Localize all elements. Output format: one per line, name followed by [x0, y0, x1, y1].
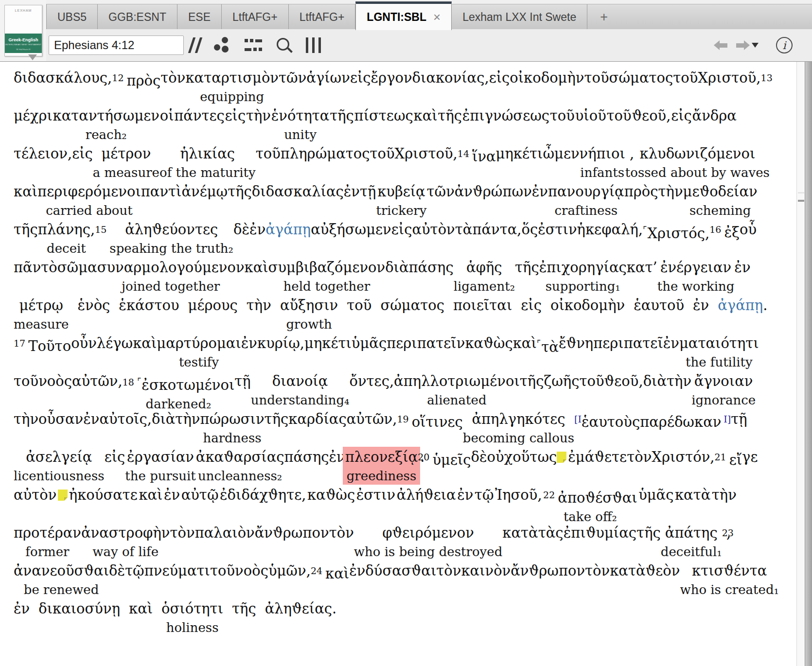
greek-word[interactable]: ἀγάπῃ — [265, 221, 311, 238]
greek-word[interactable]: αὐτοῖς, — [99, 411, 152, 427]
greek-word[interactable]: τῆς — [520, 373, 544, 389]
greek-word[interactable]: ἀνανεοῦσϑαι — [14, 562, 109, 579]
greek-word[interactable]: ἑνότητα — [271, 107, 330, 124]
greek-word[interactable]: τοῦ — [579, 373, 604, 389]
greek-word[interactable]: ἐσκοτωμένοι — [141, 377, 234, 393]
greek-word[interactable]: εἰς — [350, 70, 371, 86]
greek-word[interactable]: ἀκαϑαρσίας — [196, 449, 284, 465]
greek-word[interactable]: πάντες — [174, 107, 225, 124]
greek-word[interactable]: μέτρῳ — [19, 297, 63, 314]
greek-word[interactable]: τὴν — [712, 487, 737, 503]
greek-word[interactable]: κατὰ — [675, 487, 710, 503]
greek-word[interactable]: οἵτινες — [412, 414, 463, 430]
interlinear-display-icon[interactable] — [245, 37, 262, 53]
greek-word[interactable]: αὐτῶν, — [347, 411, 397, 427]
columns-icon[interactable] — [306, 37, 321, 53]
greek-word[interactable]: αὐτὸν — [14, 487, 56, 503]
greek-word[interactable]: κατὰ — [610, 562, 645, 579]
greek-word[interactable]: πίστεως — [354, 107, 413, 124]
greek-word[interactable]: ϑεὸν — [646, 562, 680, 579]
greek-word[interactable]: κεφαλή, — [585, 221, 643, 238]
greek-word[interactable]: τῆς — [515, 259, 539, 276]
greek-word[interactable]: τὸν — [170, 525, 194, 541]
greek-word[interactable]: εἰς — [225, 107, 246, 124]
greek-word[interactable]: Χριστοῦ, — [698, 70, 760, 86]
greek-word[interactable]: τοῦ — [584, 70, 609, 86]
greek-word[interactable]: ἁγίων — [306, 70, 350, 86]
greek-word[interactable]: τέλειον, — [14, 145, 72, 162]
greek-word[interactable]: μέρους — [188, 297, 238, 314]
greek-word[interactable]: αὔξησιν — [280, 297, 338, 314]
greek-word[interactable]: τοῦ — [607, 107, 632, 124]
greek-word[interactable]: ἵνα — [472, 148, 496, 165]
info-icon[interactable]: i — [776, 37, 793, 53]
greek-word[interactable]: ἠκούσατε — [69, 487, 138, 503]
greek-word[interactable]: οἰκοδομὴν — [510, 70, 584, 86]
new-tab-button[interactable]: + — [587, 4, 620, 30]
greek-word[interactable]: ἔϑνη — [559, 335, 593, 351]
greek-word[interactable]: αὐτῶν, — [72, 373, 123, 389]
greek-word[interactable]: ἐν — [663, 335, 679, 351]
greek-word[interactable]: σώματος — [609, 70, 673, 86]
greek-word[interactable]: περιπατεῖν — [387, 335, 465, 351]
greek-word[interactable]: τῷ — [475, 487, 494, 503]
greek-word[interactable]: εἴ — [729, 452, 742, 468]
greek-word[interactable]: ἐδιδάχϑητε, — [220, 487, 306, 503]
scrollbar-thumb[interactable] — [798, 200, 804, 202]
greek-word[interactable]: περιφερόμενοι — [37, 183, 141, 200]
forward-arrow-icon[interactable] — [736, 43, 744, 48]
greek-word[interactable]: κυβείᾳ — [377, 183, 425, 200]
greek-word[interactable]: τὸ — [41, 259, 57, 276]
greek-word[interactable]: τοῦ — [370, 145, 394, 162]
greek-word[interactable]: ἀληϑείας. — [265, 600, 337, 617]
greek-word[interactable]: ἀποϑέσϑαι — [558, 490, 637, 506]
greek-word[interactable]: τῆς — [228, 183, 252, 200]
greek-word[interactable]: ϑεοῦ, — [632, 107, 671, 124]
greek-word[interactable]: γε — [742, 449, 758, 465]
greek-word[interactable]: ἐν — [532, 183, 548, 200]
greek-word[interactable]: κυρίῳ, — [257, 335, 304, 351]
greek-word[interactable]: ἑαυτοὺς — [582, 414, 640, 430]
greek-word[interactable]: ἀναστροφὴν — [81, 525, 170, 541]
tab-ltftafg-[interactable]: LtftAFG+ — [222, 4, 289, 30]
greek-word[interactable]: κατ’ — [627, 259, 657, 276]
greek-word[interactable]: καινὸν — [461, 562, 511, 579]
greek-word[interactable]: πάσης — [284, 449, 329, 465]
greek-word[interactable]: εἰς — [489, 70, 510, 86]
greek-word[interactable]: μέτρον — [101, 145, 151, 162]
greek-word[interactable]: ὅς — [522, 221, 538, 238]
greek-word[interactable]: ἄνϑρωπον — [511, 562, 585, 579]
greek-word[interactable]: οὗ — [740, 221, 757, 238]
greek-word[interactable]: τὸν — [329, 525, 354, 541]
greek-word[interactable]: ἑκάστου — [119, 297, 179, 314]
greek-word[interactable]: τὰ — [455, 221, 473, 238]
greek-word[interactable]: ἀσελγείᾳ — [26, 449, 92, 465]
greek-word[interactable]: ἀνέμῳ — [181, 183, 228, 200]
greek-word[interactable]: ἐπιϑυμίας — [564, 525, 636, 541]
greek-word[interactable]: ὑμᾶς — [638, 487, 673, 503]
greek-word[interactable]: ἡ — [577, 221, 585, 238]
greek-word[interactable]: πᾶν — [14, 259, 41, 276]
greek-word[interactable]: καταρτισμὸν — [185, 70, 279, 86]
greek-word[interactable]: τῆς — [265, 411, 289, 427]
greek-word[interactable]: ἄνδρα — [692, 107, 737, 124]
greek-word[interactable]: τὴν — [175, 411, 200, 427]
greek-word[interactable]: ἐν — [344, 183, 360, 200]
greek-word[interactable]: συμβιβαζόμενον — [268, 259, 386, 276]
highlight-note-icon[interactable] — [58, 490, 68, 501]
greek-word[interactable]: δὲ — [109, 562, 125, 579]
greek-word[interactable]: καὶ — [129, 600, 153, 617]
visual-filters-icon[interactable] — [213, 36, 231, 54]
greek-word[interactable]: πρὸς — [127, 72, 161, 89]
greek-word[interactable]: καὶ — [414, 107, 438, 124]
greek-word[interactable]: καταντήσωμεν — [53, 107, 159, 124]
greek-word[interactable]: φϑειρόμενον — [382, 525, 474, 541]
greek-word[interactable]: καὶ — [513, 335, 537, 351]
reference-input[interactable] — [49, 35, 184, 55]
greek-word[interactable]: κατὰ — [502, 525, 538, 541]
greek-word[interactable]: διὰ — [152, 411, 175, 427]
greek-word[interactable]: τῆς — [232, 600, 256, 617]
greek-word[interactable]: πάντα, — [472, 221, 521, 238]
greek-word[interactable]: αὐξήσωμεν — [311, 221, 391, 238]
greek-word[interactable]: ϑεοῦ, — [604, 373, 643, 389]
